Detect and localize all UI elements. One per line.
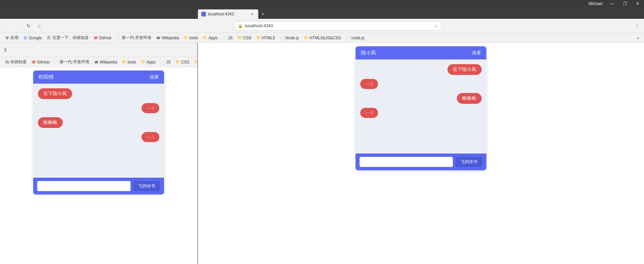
- left-html5-icon: 📁: [194, 60, 197, 64]
- star-icon[interactable]: ☆: [434, 23, 438, 29]
- bookmark-devenv[interactable]: 📄 新一代-开发环境: [114, 34, 153, 42]
- left-bookmark-js[interactable]: 📄 JS: [158, 59, 173, 65]
- left-chat-widget: 欧阳情 清屏 在下陆小凤 - - ! 略: [33, 71, 164, 194]
- address-right-buttons: ⋮: [633, 21, 641, 30]
- tab-favicon-icon: [201, 12, 206, 16]
- left-chat-msg-2: 略略略: [38, 117, 159, 128]
- left-bookmark-html5[interactable]: 📁 HTML5: [192, 59, 197, 65]
- left-chat-user-name: 欧阳情: [39, 74, 54, 80]
- google-icon: G: [23, 36, 28, 40]
- back-button[interactable]: ←: [3, 21, 11, 30]
- bookmark-html5jscss-label: HTML5&JS&CSS: [310, 36, 341, 40]
- right-chat-input[interactable]: [360, 157, 453, 167]
- devenv-icon: 📄: [116, 36, 121, 40]
- bookmark-js-label: JS: [228, 36, 233, 40]
- bookmark-wikipedia[interactable]: W Wikipedia: [154, 35, 181, 41]
- js-icon: 📄: [222, 36, 227, 40]
- nodejs-icon: 📄: [280, 36, 284, 40]
- right-chat-msg-2: 略略略: [360, 93, 482, 104]
- right-chat-send-button[interactable]: 飞鸽传书: [455, 157, 482, 167]
- left-bookmark-apps-label: Apps: [147, 60, 156, 64]
- bookmark-js[interactable]: 📄 JS: [220, 35, 235, 41]
- left-github-icon: 🐙: [31, 60, 36, 64]
- right-chat-msg-3: - - !: [360, 108, 482, 118]
- left-bookmark-wikipedia[interactable]: W Wikipedia: [92, 59, 119, 65]
- bookmark-apps-icon[interactable]: ⊞ 应用: [3, 34, 20, 42]
- browser-tab[interactable]: localhost:4343 ✕: [198, 9, 258, 19]
- bookmark-css[interactable]: 📁 CSS: [235, 35, 254, 41]
- bookmark-baidu[interactable]: 百 百度一下，你就知道: [45, 34, 91, 42]
- apps-folder-icon: 📁: [203, 36, 207, 40]
- left-bookmark-wikipedia-label: Wikipedia: [100, 60, 117, 64]
- minimize-button[interactable]: —: [606, 0, 619, 7]
- left-address-bar: 3: [0, 43, 197, 57]
- home-button[interactable]: ⌂: [35, 21, 44, 30]
- bookmark-html5[interactable]: 📁 HTML5: [254, 35, 277, 41]
- bookmark-html5jscss[interactable]: 📁 HTML5&JS&CSS: [302, 35, 343, 41]
- left-chat-clear-button[interactable]: 清屏: [149, 74, 159, 80]
- left-chat-msg-1: - - !: [38, 103, 159, 113]
- new-tab-button[interactable]: +: [258, 9, 268, 19]
- left-bookmark-devenv-label: 新一代-开发环境: [60, 59, 89, 65]
- left-bookmark-css[interactable]: 📁 CSS: [173, 59, 192, 65]
- bookmark-nodejs2[interactable]: 📄 node.js: [344, 35, 367, 41]
- close-button[interactable]: ✕: [631, 0, 644, 7]
- bookmark-css-label: CSS: [243, 36, 252, 40]
- left-tools-icon: 📁: [122, 60, 126, 64]
- right-chat-bubble-3: - - !: [360, 108, 378, 118]
- left-bookmark-css-label: CSS: [181, 60, 190, 64]
- bookmark-nodejs[interactable]: 📄 Node.js: [278, 35, 301, 41]
- forward-button[interactable]: →: [13, 21, 22, 30]
- page-content: 3 知 你就知道 🐙 GitHub 📄 新一代-开发环境 W Wik: [0, 43, 644, 264]
- right-chat-clear-button[interactable]: 清屏: [472, 50, 481, 56]
- left-wikipedia-icon: W: [94, 60, 99, 64]
- left-bookmark-tools[interactable]: 📁 tools: [120, 59, 138, 65]
- left-bookmark-github[interactable]: 🐙 GitHub: [29, 59, 51, 65]
- left-bookmark-devenv[interactable]: 📄 新一代-开发环境: [52, 58, 91, 66]
- bookmark-google[interactable]: G Google: [21, 35, 44, 41]
- right-chat-widget: 陆小凤 清屏 在下陆小凤 - - ! 略略略: [356, 46, 486, 170]
- left-page: 欧阳情 清屏 在下陆小凤 - - ! 略: [0, 67, 197, 264]
- left-devenv-icon: 📄: [54, 60, 59, 64]
- bookmark-apps-label: 应用: [10, 35, 18, 41]
- bookmark-nodejs2-label: node.js: [352, 36, 365, 40]
- tab-close-button[interactable]: ✕: [250, 11, 255, 17]
- left-chat-input[interactable]: [37, 181, 130, 191]
- left-chat-msg-0: 在下陆小凤: [38, 88, 159, 99]
- bookmark-google-label: Google: [29, 36, 42, 40]
- left-bookmark-apps[interactable]: 📁 Apps: [139, 59, 158, 65]
- right-chat-header: 陆小凤 清屏: [356, 46, 486, 59]
- bookmarks-bar: ⊞ 应用 G Google 百 百度一下，你就知道 🐙 GitHub 📄 新一代…: [0, 33, 644, 43]
- bookmark-apps[interactable]: 📁 Apps: [201, 35, 219, 41]
- title-bar-user: Michael: [585, 1, 606, 6]
- left-bookmark-zhidao-label: 你就知道: [10, 59, 26, 65]
- left-address-partial-text: 3: [3, 47, 6, 52]
- address-bar-input-wrap[interactable]: 🔒 localhost:4343 ☆: [234, 21, 442, 31]
- left-js-icon: 📄: [160, 60, 165, 64]
- title-bar: Michael — ❐ ✕: [0, 0, 644, 7]
- tab-bar: localhost:4343 ✕ +: [0, 7, 644, 19]
- bookmark-baidu-label: 百度一下，你就知道: [52, 35, 89, 41]
- bookmark-github[interactable]: 🐙 GitHub: [91, 35, 113, 41]
- refresh-button[interactable]: ↻: [24, 21, 33, 30]
- left-bookmark-zhidao[interactable]: 知 你就知道: [3, 58, 29, 66]
- browser-window: localhost:4343 ✕ + ← → ↻ ⌂ 🔒 localhost:4…: [0, 7, 644, 264]
- bookmarks-more-button[interactable]: »: [635, 35, 641, 41]
- bookmark-wikipedia-label: Wikipedia: [162, 36, 179, 40]
- right-chat-bubble-2: 略略略: [457, 93, 482, 104]
- restore-button[interactable]: ❐: [619, 0, 631, 7]
- zhidao-icon: 知: [5, 60, 9, 64]
- bookmark-devenv-label: 新一代-开发环境: [122, 35, 151, 41]
- css-folder-icon: 📁: [237, 36, 242, 40]
- extensions-button[interactable]: ⋮: [633, 21, 641, 30]
- bookmark-apps-text-label: Apps: [208, 36, 217, 40]
- left-chat-bubble-3: - - !: [142, 132, 159, 142]
- address-bar: ← → ↻ ⌂ 🔒 localhost:4343 ☆ ⋮: [0, 19, 644, 33]
- left-chat-header: 欧阳情 清屏: [33, 71, 164, 84]
- right-page: 陆小凤 清屏 在下陆小凤 - - ! 略略略: [198, 43, 644, 264]
- left-chat-send-button[interactable]: 飞鸽传书: [133, 181, 160, 191]
- lock-icon: 🔒: [238, 24, 243, 28]
- bookmark-tools[interactable]: 📁 tools: [182, 35, 200, 41]
- left-chat-footer: 飞鸽传书: [33, 178, 164, 194]
- left-chat-msg-3: - - !: [38, 132, 159, 142]
